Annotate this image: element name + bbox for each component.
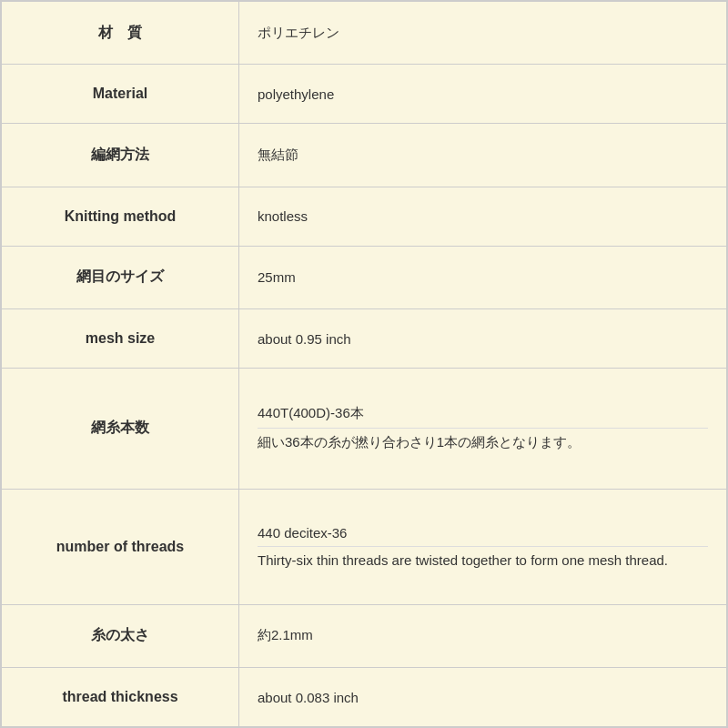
label-cell-mesh-size-en: mesh size: [2, 309, 239, 369]
value-cell-knitting-jp: 無結節: [239, 124, 727, 187]
value-cell-knitting-en: knotless: [239, 187, 727, 246]
table-row: 網目のサイズ25mm: [2, 246, 727, 308]
table-row: 編網方法無結節: [2, 124, 727, 187]
value-cell-material-jp: ポリエチレン: [239, 2, 727, 65]
label-cell-mesh-size-jp: 網目のサイズ: [2, 246, 239, 308]
table-row: number of threads440 decitex-36Thirty-si…: [2, 489, 727, 604]
label-cell-threads-en: number of threads: [2, 489, 239, 604]
value-secondary: Thirty-six thin threads are twisted toge…: [258, 546, 708, 573]
value-cell-material-en: polyethylene: [239, 65, 727, 124]
value-cell-mesh-size-jp: 25mm: [239, 246, 727, 308]
value-cell-threads-jp: 440T(400D)-36本細い36本の糸が撚り合わさり1本の網糸となります。: [239, 368, 727, 489]
label-cell-knitting-en: Knitting method: [2, 187, 239, 246]
value-primary: 440 decitex-36: [258, 520, 708, 546]
value-primary: 440T(400D)-36本: [258, 399, 708, 428]
table-row: Materialpolyethylene: [2, 65, 727, 124]
table-row: 糸の太さ約2.1mm: [2, 604, 727, 667]
value-secondary: 細い36本の糸が撚り合わさり1本の網糸となります。: [258, 428, 708, 457]
value-cell-thickness-en: about 0.083 inch: [239, 668, 727, 727]
value-cell-thickness-jp: 約2.1mm: [239, 604, 727, 667]
label-cell-material-jp: 材 質: [2, 2, 239, 65]
table-row: 網糸本数440T(400D)-36本細い36本の糸が撚り合わさり1本の網糸となり…: [2, 368, 727, 489]
label-cell-threads-jp: 網糸本数: [2, 368, 239, 489]
value-cell-threads-en: 440 decitex-36Thirty-six thin threads ar…: [239, 489, 727, 604]
label-cell-knitting-jp: 編網方法: [2, 124, 239, 187]
table-row: mesh sizeabout 0.95 inch: [2, 309, 727, 369]
label-cell-material-en: Material: [2, 65, 239, 124]
product-specs-table: 材 質ポリエチレンMaterialpolyethylene編網方法無結節Knit…: [0, 0, 728, 728]
value-cell-mesh-size-en: about 0.95 inch: [239, 309, 727, 369]
label-cell-thickness-en: thread thickness: [2, 668, 239, 727]
table-row: thread thicknessabout 0.083 inch: [2, 668, 727, 727]
table-row: 材 質ポリエチレン: [2, 2, 727, 65]
table-row: Knitting methodknotless: [2, 187, 727, 246]
label-cell-thickness-jp: 糸の太さ: [2, 604, 239, 667]
